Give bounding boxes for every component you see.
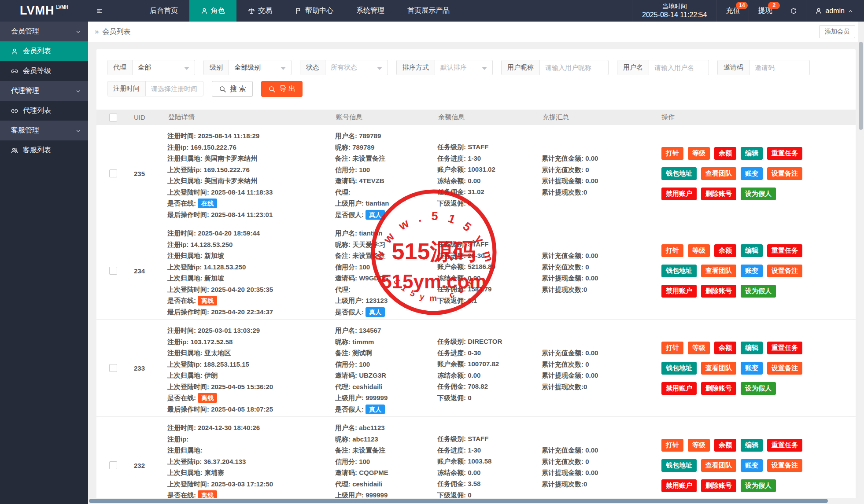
action-button[interactable]: 打针 — [661, 147, 683, 160]
action-button[interactable]: 重置任务 — [767, 244, 802, 257]
field-value: STAFF — [468, 240, 488, 248]
action-button[interactable]: 查看团队 — [701, 167, 736, 180]
vertical-scrollbar-thumb[interactable] — [859, 42, 863, 130]
field-label: 是否在线: — [167, 297, 198, 304]
filter-text-input[interactable] — [649, 60, 709, 75]
sidebar-group-header[interactable]: 代理管理 — [0, 81, 88, 101]
action-button[interactable]: 查看团队 — [701, 265, 736, 277]
field-value: 0.00 — [468, 177, 480, 184]
search-button[interactable]: 搜 索 — [212, 81, 253, 97]
action-button[interactable]: 查看团队 — [701, 362, 736, 375]
sidebar-group-header[interactable]: 客服管理 — [0, 121, 88, 140]
action-button[interactable]: 钱包地址 — [661, 167, 697, 180]
register-time-input[interactable] — [146, 81, 203, 96]
sidebar-item[interactable]: 会员等级 — [0, 61, 88, 81]
refresh-button[interactable] — [781, 0, 806, 22]
action-button[interactable]: 打针 — [661, 342, 683, 354]
recharge-link[interactable]: 充值 14 — [716, 0, 749, 22]
row-checkbox[interactable] — [109, 169, 117, 177]
filter-text-input[interactable] — [750, 60, 809, 75]
action-button[interactable]: 重置任务 — [767, 147, 802, 160]
logo[interactable]: LVMH LVMH — [0, 0, 88, 22]
action-button[interactable]: 设置备注 — [767, 167, 802, 180]
action-button[interactable]: 余额 — [714, 439, 736, 452]
col-summary: 累计充值金额: 0.00累计充值次数: 0累计提现金额: 0.00累计提现次数:… — [542, 125, 661, 222]
action-button[interactable]: 设置备注 — [767, 265, 802, 277]
action-button[interactable]: 钱包地址 — [661, 265, 697, 277]
action-button[interactable]: 等级 — [688, 147, 710, 160]
sidebar-item[interactable]: 客服列表 — [0, 140, 88, 160]
field-label: 冻结余额: — [437, 177, 468, 184]
filter-select[interactable]: 状态所有状态 — [300, 60, 388, 75]
action-button[interactable]: 余额 — [714, 342, 736, 354]
row-checkbox[interactable] — [109, 364, 117, 372]
menu-toggle-icon[interactable] — [88, 0, 111, 22]
action-button[interactable]: 编辑 — [741, 147, 763, 160]
action-button[interactable]: 编辑 — [741, 244, 763, 257]
sidebar-item[interactable]: 代理列表 — [0, 101, 88, 121]
action-button[interactable]: 删除账号 — [701, 285, 736, 298]
sidebar-group-header[interactable]: 会员管理 — [0, 22, 88, 41]
action-button[interactable]: 账变 — [741, 362, 763, 375]
action-button[interactable]: 删除账号 — [701, 382, 736, 395]
action-button[interactable]: 设为假人 — [741, 382, 776, 395]
row-checkbox[interactable] — [109, 461, 117, 469]
action-button[interactable]: 禁用账户 — [661, 285, 697, 298]
nav-item[interactable]: 帮助中心 — [284, 0, 345, 22]
action-button[interactable]: 查看团队 — [701, 459, 736, 472]
action-button[interactable]: 重置任务 — [767, 439, 802, 452]
action-button[interactable]: 禁用账户 — [661, 188, 697, 200]
withdraw-link[interactable]: 提现 2 — [749, 0, 781, 22]
horizontal-scrollbar-thumb[interactable] — [89, 499, 828, 503]
action-button[interactable]: 禁用账户 — [661, 382, 697, 395]
action-button[interactable]: 编辑 — [741, 342, 763, 354]
action-button[interactable]: 等级 — [688, 244, 710, 257]
sidebar-group-label: 代理管理 — [11, 86, 39, 96]
action-button[interactable]: 等级 — [688, 439, 710, 452]
filter-text-input[interactable] — [540, 60, 608, 75]
action-button[interactable]: 重置任务 — [767, 342, 802, 354]
filter-select[interactable]: 级别全部级别 — [203, 60, 292, 75]
action-button[interactable]: 删除账号 — [701, 188, 736, 200]
field-label: 账户余额: — [437, 263, 468, 270]
field-line: 冻结余额: 0.00 — [437, 370, 542, 381]
sidebar-item[interactable]: 会员列表 — [0, 41, 88, 61]
action-button[interactable]: 删除账号 — [701, 479, 736, 492]
horizontal-scrollbar[interactable] — [88, 498, 858, 504]
nav-item[interactable]: 后台首页 — [138, 0, 189, 22]
admin-dropdown[interactable]: admin — [806, 0, 864, 22]
action-button[interactable]: 设为假人 — [741, 188, 776, 200]
vertical-scrollbar[interactable] — [858, 22, 864, 504]
nav-item[interactable]: 角色 — [189, 0, 236, 22]
nav-item[interactable]: 系统管理 — [345, 0, 396, 22]
field-line: 注册ip: 14.128.53.250 — [167, 239, 335, 250]
action-button[interactable]: 设置备注 — [767, 459, 802, 472]
select-all-checkbox[interactable] — [109, 114, 117, 121]
nav-item[interactable]: 首页展示产品 — [396, 0, 461, 22]
action-button[interactable]: 等级 — [688, 342, 710, 354]
field-label: 冻结余额: — [437, 469, 468, 476]
action-button[interactable]: 禁用账户 — [661, 479, 697, 492]
action-button[interactable]: 设置备注 — [767, 362, 802, 375]
action-button[interactable]: 账变 — [741, 167, 763, 180]
action-button[interactable]: 余额 — [714, 244, 736, 257]
filter-select[interactable]: 代理全部 — [107, 60, 195, 75]
field-label: 昵称: — [335, 435, 352, 443]
action-button[interactable]: 设为假人 — [741, 285, 776, 298]
export-button[interactable]: 导 出 — [261, 81, 302, 97]
nav-item[interactable]: 交易 — [236, 0, 284, 22]
action-button[interactable]: 设为假人 — [741, 479, 776, 492]
action-button[interactable]: 编辑 — [741, 439, 763, 452]
filter-register-time[interactable]: 注册时间 — [107, 81, 203, 96]
row-checkbox[interactable] — [109, 267, 117, 275]
action-button[interactable]: 打针 — [661, 244, 683, 257]
action-button[interactable]: 钱包地址 — [661, 362, 697, 375]
action-button[interactable]: 打针 — [661, 439, 683, 452]
action-button[interactable]: 余额 — [714, 147, 736, 160]
action-button[interactable]: 账变 — [741, 459, 763, 472]
action-button[interactable]: 钱包地址 — [661, 459, 697, 472]
action-button[interactable]: 账变 — [741, 265, 763, 277]
add-member-button[interactable]: 添加会员 — [819, 25, 855, 38]
filter-select[interactable]: 排序方式默认排序 — [396, 60, 493, 75]
field-value: tiantian — [359, 229, 382, 237]
